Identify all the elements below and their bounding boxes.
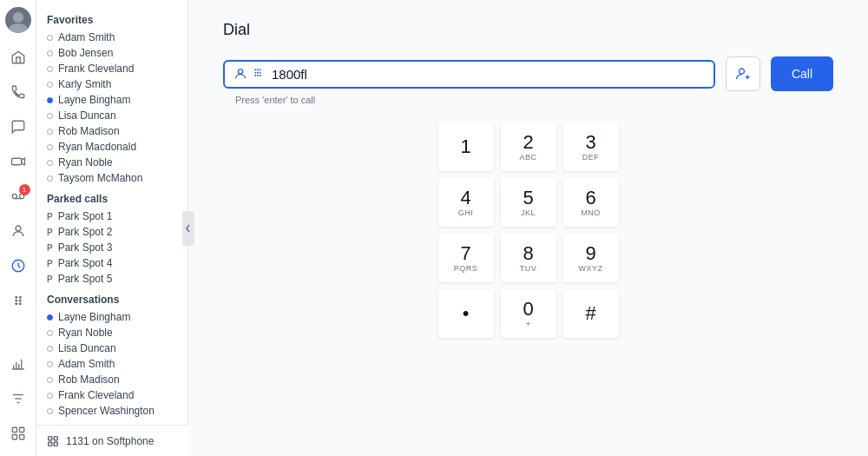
svg-rect-17	[12, 427, 16, 432]
key-button-7[interactable]: 7PQRS	[438, 234, 494, 282]
keypad-icon	[251, 67, 265, 81]
softphone-status: 1131 on Softphone	[66, 435, 154, 447]
list-item[interactable]: Lisa Duncan	[36, 340, 187, 356]
filter-icon[interactable]	[3, 383, 34, 414]
svg-rect-20	[19, 435, 23, 439]
park-icon: P	[47, 274, 53, 284]
key-button-•[interactable]: •	[438, 289, 494, 338]
svg-point-8	[15, 296, 16, 298]
status-dot	[47, 175, 53, 182]
list-item[interactable]: PPark Spot 5	[36, 271, 187, 287]
list-item[interactable]: Ryan Macdonald	[36, 139, 187, 155]
status-dot-active	[47, 314, 53, 321]
add-contact-button[interactable]	[726, 56, 760, 91]
list-item[interactable]: Ryan Noble	[36, 155, 187, 170]
contacts-icon[interactable]	[3, 215, 34, 247]
status-dot	[47, 50, 53, 56]
key-sub-label: ABC	[520, 153, 537, 162]
list-item[interactable]: Adam Smith	[36, 30, 187, 45]
key-button-6[interactable]: 6MNO	[563, 178, 619, 227]
key-button-1[interactable]: 1	[438, 122, 494, 171]
video-icon[interactable]	[3, 146, 34, 177]
history-icon[interactable]	[3, 250, 34, 281]
park-icon: P	[47, 212, 53, 221]
svg-rect-18	[19, 427, 23, 432]
svg-point-13	[19, 303, 21, 305]
key-number: 3	[585, 133, 595, 152]
svg-point-32	[254, 75, 256, 76]
key-sub-label: JKL	[521, 208, 536, 217]
chat-icon[interactable]	[3, 111, 34, 142]
status-dot	[47, 377, 53, 383]
dial-hint: Press 'enter' to call	[235, 95, 833, 105]
main-panel: Dial Call Press 'enter' to call 12ABC3DE…	[188, 0, 868, 456]
input-icons	[233, 67, 265, 81]
key-button-4[interactable]: 4GHI	[438, 178, 494, 227]
add-contact-icon	[735, 66, 751, 82]
list-item[interactable]: Karly Smith	[36, 76, 187, 92]
key-number: 7	[460, 244, 470, 263]
list-item[interactable]: Lisa Duncan	[36, 108, 187, 123]
key-button-3[interactable]: 3DEF	[563, 122, 619, 171]
key-number: 9	[585, 244, 595, 263]
svg-point-1	[9, 23, 28, 33]
list-item[interactable]: Frank Cleveland	[36, 61, 187, 76]
status-dot	[47, 129, 53, 135]
list-item[interactable]: PPark Spot 2	[36, 224, 187, 240]
svg-point-26	[254, 69, 256, 70]
list-item[interactable]: Frank Cleveland	[36, 387, 187, 403]
list-item[interactable]: PPark Spot 4	[36, 255, 187, 271]
key-button-9[interactable]: 9WXYZ	[563, 234, 619, 282]
contact-icon	[233, 67, 247, 81]
status-dot-active	[47, 97, 53, 103]
svg-point-9	[19, 296, 21, 298]
voicemail-icon[interactable]: 1	[3, 181, 34, 212]
dial-input[interactable]	[272, 67, 705, 82]
key-number: •	[463, 304, 470, 323]
collapse-handle[interactable]	[182, 211, 194, 246]
list-item[interactable]: Bob Jensen	[36, 45, 187, 61]
svg-point-11	[19, 300, 21, 301]
list-item[interactable]: Rob Madison	[36, 372, 187, 387]
park-icon: P	[47, 243, 53, 253]
status-dot	[47, 35, 53, 41]
key-button-5[interactable]: 5JKL	[501, 178, 556, 227]
analytics-icon[interactable]	[3, 348, 34, 380]
call-button[interactable]: Call	[771, 56, 833, 91]
svg-point-35	[739, 69, 744, 74]
page-title: Dial	[223, 21, 833, 39]
conversations-section-title: Conversations	[36, 287, 187, 309]
key-sub-label: MNO	[581, 208, 600, 217]
park-icon: P	[47, 228, 53, 237]
key-number: 8	[523, 244, 533, 263]
list-item[interactable]: PPark Spot 3	[36, 240, 187, 255]
svg-point-10	[15, 300, 16, 301]
key-number: 6	[585, 188, 595, 208]
status-dot	[47, 113, 53, 119]
svg-rect-2	[11, 158, 21, 165]
dial-input-wrapper	[223, 60, 715, 89]
list-item[interactable]: Taysom McMahon	[36, 170, 187, 186]
list-item[interactable]: Rob Madison	[36, 123, 187, 139]
list-item[interactable]: Layne Bingham	[36, 309, 187, 325]
icon-rail: 1	[0, 0, 36, 456]
svg-point-31	[260, 72, 261, 74]
key-button-0[interactable]: 0+	[501, 289, 556, 338]
phone-icon[interactable]	[3, 76, 34, 108]
favorites-section-title: Favorites	[36, 7, 187, 30]
key-number: #	[585, 304, 595, 323]
list-item[interactable]: Spencer Washington	[36, 403, 187, 419]
list-item[interactable]: PPark Spot 1	[36, 208, 187, 224]
key-button-2[interactable]: 2ABC	[501, 122, 556, 171]
list-item[interactable]: Adam Smith	[36, 356, 187, 372]
home-icon[interactable]	[3, 42, 34, 73]
status-dot	[47, 393, 53, 399]
keypad: 12ABC3DEF4GHI5JKL6MNO7PQRS8TUV9WXYZ•0+#	[438, 122, 619, 338]
key-button-#[interactable]: #	[563, 289, 619, 338]
key-button-8[interactable]: 8TUV	[501, 234, 556, 282]
list-item[interactable]: Ryan Noble	[36, 325, 187, 340]
dial-icon[interactable]	[3, 285, 34, 316]
grid-icon[interactable]	[3, 418, 34, 449]
list-item[interactable]: Layne Bingham	[36, 92, 187, 108]
avatar[interactable]	[5, 7, 31, 33]
